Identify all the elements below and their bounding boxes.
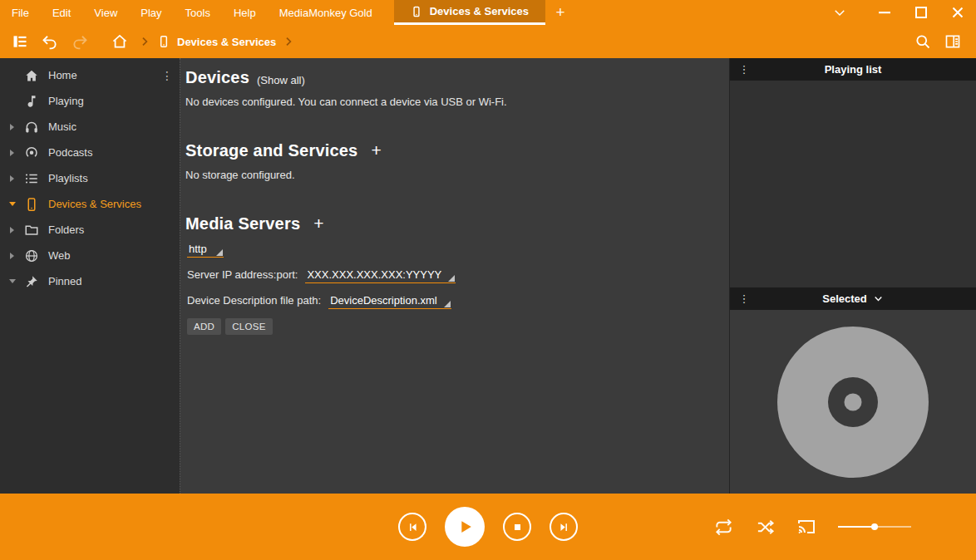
cast-icon (796, 517, 816, 537)
expand-arrow-icon (10, 150, 14, 156)
server-ip-value: XXX.XXX.XXX.XXX:YYYYY (307, 268, 441, 281)
chevron-down-icon (832, 5, 847, 20)
search-icon (914, 33, 931, 50)
shuffle-button[interactable] (755, 517, 775, 537)
node-options-button[interactable]: ⋮ (161, 70, 173, 81)
home-button[interactable] (106, 28, 133, 55)
transport-controls (398, 507, 578, 547)
description-path-label: Device Description file path: (187, 294, 321, 307)
chevron-right-icon (138, 35, 151, 48)
breadcrumb-devices-services[interactable]: Devices & Services (153, 35, 280, 48)
sidebar-item-web[interactable]: Web (0, 243, 180, 268)
chevron-right-icon[interactable] (282, 35, 295, 48)
tab-list-button[interactable] (821, 0, 858, 25)
repeat-button[interactable] (713, 517, 733, 537)
playing-list-menu-button[interactable]: ⋮ (730, 64, 758, 75)
expand-arrow-icon (10, 175, 14, 182)
sidebar-toggle-button[interactable] (7, 28, 33, 55)
sidebar-item-music[interactable]: Music (0, 114, 180, 140)
podcast-icon (23, 145, 40, 161)
layout-panels-button[interactable] (939, 28, 966, 55)
menu-help[interactable]: Help (222, 0, 268, 25)
dropdown-arrow-icon (444, 301, 451, 307)
close-button[interactable]: CLOSE (225, 318, 273, 335)
device-icon (411, 6, 422, 17)
next-track-button[interactable] (550, 513, 578, 541)
sidebar-item-label: Music (48, 120, 76, 133)
sidebar-toggle-icon (12, 33, 28, 50)
menubar: File Edit View Play Tools Help MediaMonk… (0, 0, 976, 25)
mediamonkey-window: File Edit View Play Tools Help MediaMonk… (0, 0, 976, 560)
server-ip-input[interactable]: XXX.XXX.XXX.XXX:YYYYY (305, 268, 456, 283)
right-panel: ⋮ Playing list ⋮ Selected (729, 58, 976, 494)
description-path-input[interactable]: DeviceDescription.xml (328, 294, 451, 309)
stop-button[interactable] (503, 513, 531, 541)
show-all-link[interactable]: (Show all) (257, 74, 305, 86)
selected-menu-button[interactable]: ⋮ (730, 293, 758, 304)
menu-tools[interactable]: Tools (174, 0, 222, 25)
sidebar-item-devices-services[interactable]: Devices & Services (0, 191, 180, 217)
sidebar-item-pinned[interactable]: Pinned (0, 268, 180, 294)
devices-section: Devices (Show all) No devices configured… (185, 68, 709, 108)
volume-slider[interactable] (838, 523, 911, 531)
sidebar-item-podcasts[interactable]: Podcasts (0, 140, 180, 165)
add-media-server-button[interactable]: + (313, 214, 323, 232)
disc-placeholder-icon (776, 325, 930, 479)
repeat-icon (714, 518, 733, 537)
previous-track-button[interactable] (398, 513, 426, 541)
sidebar-item-label: Web (48, 249, 71, 262)
stop-icon (512, 522, 523, 533)
menu-mediamonkey-gold[interactable]: MediaMonkey Gold (268, 0, 384, 25)
add-storage-button[interactable]: + (371, 141, 381, 159)
expand-arrow-icon (10, 227, 14, 233)
selected-title: Selected (822, 292, 866, 305)
search-button[interactable] (909, 28, 936, 55)
sidebar-item-label: Podcasts (48, 146, 92, 159)
minimize-button[interactable] (866, 0, 903, 25)
volume-track-filled (838, 526, 875, 528)
maximize-button[interactable] (903, 0, 939, 25)
new-tab-button[interactable]: + (545, 0, 575, 25)
tab-label: Devices & Services (430, 5, 529, 17)
menu-file[interactable]: File (0, 0, 41, 25)
player-bar (0, 494, 976, 560)
sidebar-item-home[interactable]: Home ⋮ (0, 62, 180, 88)
folder-icon (23, 222, 40, 238)
shuffle-icon (756, 518, 775, 537)
protocol-select[interactable]: http (187, 243, 224, 258)
tab-devices-services[interactable]: Devices & Services (394, 0, 545, 25)
sidebar-item-playing[interactable]: Playing (0, 88, 180, 114)
server-ip-label: Server IP address:port: (187, 268, 298, 281)
sidebar-item-folders[interactable]: Folders (0, 217, 180, 243)
device-icon (157, 35, 170, 48)
add-button[interactable]: ADD (187, 318, 221, 335)
close-icon (951, 6, 964, 19)
menu-play[interactable]: Play (129, 0, 173, 25)
undo-button[interactable] (37, 28, 63, 55)
redo-button[interactable] (67, 28, 93, 55)
selected-title-group[interactable]: Selected (730, 292, 976, 305)
expand-arrow-icon (10, 253, 14, 259)
playing-list-title: Playing list (825, 63, 882, 76)
selected-body (730, 310, 976, 494)
volume-knob[interactable] (871, 523, 878, 530)
close-button[interactable] (939, 0, 976, 25)
sidebar: Home ⋮ Playing Music (0, 58, 180, 494)
playlist-icon (23, 170, 40, 187)
cast-button[interactable] (796, 517, 816, 537)
music-note-icon (23, 93, 40, 110)
sidebar-item-playlists[interactable]: Playlists (0, 165, 180, 191)
menu-edit[interactable]: Edit (41, 0, 82, 25)
device-icon (23, 196, 40, 213)
sidebar-item-label: Folders (48, 224, 84, 236)
chevron-down-icon (873, 293, 884, 304)
collapse-arrow-icon (9, 202, 16, 206)
play-button[interactable] (445, 507, 485, 547)
skip-previous-icon (407, 521, 419, 533)
menu-view[interactable]: View (82, 0, 129, 25)
dropdown-arrow-icon (448, 275, 455, 282)
globe-icon (23, 248, 40, 264)
expand-arrow-icon (10, 124, 14, 130)
sidebar-item-label: Playing (48, 95, 84, 107)
playing-list-body[interactable] (730, 81, 976, 287)
